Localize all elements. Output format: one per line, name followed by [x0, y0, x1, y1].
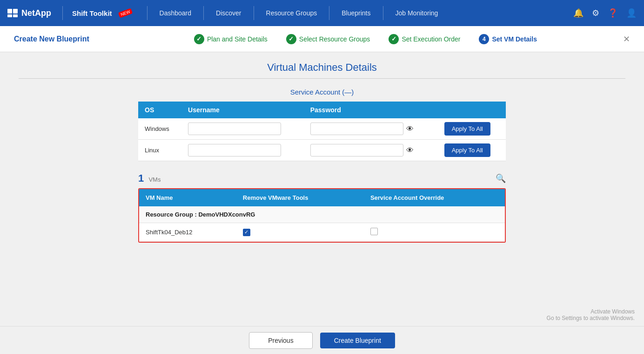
- help-icon[interactable]: ❓: [608, 8, 618, 18]
- step-1[interactable]: ✓ Plan and Site Details: [194, 34, 268, 44]
- vm-count-number: 1: [138, 172, 144, 184]
- svg-rect-3: [13, 14, 18, 17]
- col-password: Password: [304, 102, 438, 118]
- username-windows-cell: [181, 118, 304, 140]
- vm-count: 1 VMs: [138, 172, 161, 184]
- steps: ✓ Plan and Site Details ✓ Select Resourc…: [108, 34, 623, 44]
- nav-sep4: [383, 6, 383, 20]
- footer: Previous Create Blueprint: [0, 326, 644, 354]
- sa-row-linux: Linux 👁 Apply To All: [138, 140, 506, 161]
- step-2-circle: ✓: [286, 34, 296, 44]
- os-linux: Linux: [138, 140, 181, 161]
- vm-name-cell: ShiftTk04_Deb12: [139, 223, 236, 242]
- remove-tools-checkbox[interactable]: ✓: [243, 229, 250, 236]
- nav-job-monitoring[interactable]: Job Monitoring: [389, 9, 445, 17]
- step-1-label: Plan and Site Details: [207, 35, 268, 43]
- nav-right: 🔔 ⚙ ❓ 👤: [573, 8, 637, 18]
- os-windows: Windows: [138, 118, 181, 140]
- vm-col-service-override: Service Account Override: [364, 189, 505, 206]
- breadcrumb-title: Create New Blueprint: [14, 35, 89, 43]
- breadcrumb-bar: Create New Blueprint ✓ Plan and Site Det…: [0, 26, 644, 52]
- password-linux-input[interactable]: [310, 144, 403, 157]
- service-account-header: Service Account (—): [19, 88, 625, 96]
- password-windows-cell: 👁: [304, 118, 438, 140]
- vm-count-label: VMs: [148, 176, 161, 183]
- nav-sep1: [203, 6, 204, 20]
- apply-to-all-linux-button[interactable]: Apply To All: [444, 143, 490, 157]
- step-2[interactable]: ✓ Select Resource Groups: [286, 34, 370, 44]
- app-badge: NEW: [118, 8, 132, 18]
- col-action: [438, 102, 506, 118]
- col-os: OS: [138, 102, 181, 118]
- step-3-label: Set Execution Order: [402, 35, 460, 43]
- toggle-password-linux-icon[interactable]: 👁: [406, 146, 414, 155]
- vm-table: VM Name Remove VMware Tools Service Acco…: [139, 189, 505, 242]
- svg-rect-2: [7, 14, 12, 17]
- step-4[interactable]: 4 Set VM Details: [479, 34, 537, 44]
- logo-text: NetApp: [21, 8, 51, 18]
- search-vms-icon[interactable]: 🔍: [496, 173, 506, 184]
- nav-links: Dashboard Discover Resource Groups Bluep…: [153, 6, 573, 20]
- step-1-circle: ✓: [194, 34, 204, 44]
- svg-rect-0: [7, 9, 12, 14]
- username-linux-cell: [181, 140, 304, 161]
- vm-col-name: VM Name: [139, 189, 236, 206]
- remove-tools-cell: ✓: [236, 223, 364, 242]
- nav-sep3: [329, 6, 329, 20]
- sa-row-windows: Windows 👁 Apply To All: [138, 118, 506, 140]
- resource-group-row: Resource Group : DemoVHDXconvRG: [139, 206, 505, 223]
- nav-divider2: [147, 6, 148, 20]
- main-content: Virtual Machines Details Service Account…: [0, 52, 644, 326]
- service-account-table: OS Username Password Windows 👁: [138, 102, 506, 161]
- vm-table-wrapper: VM Name Remove VMware Tools Service Acco…: [138, 188, 506, 243]
- step-4-circle: 4: [479, 34, 489, 44]
- netapp-logo-icon: [7, 9, 18, 17]
- toggle-password-windows-icon[interactable]: 👁: [406, 125, 414, 133]
- service-account-dash[interactable]: (—): [342, 88, 354, 96]
- apply-windows-cell: Apply To All: [438, 118, 506, 140]
- nav-dashboard[interactable]: Dashboard: [153, 9, 198, 17]
- svg-rect-1: [13, 9, 18, 14]
- top-nav: NetApp Shift Toolkit NEW Dashboard Disco…: [0, 0, 644, 26]
- vm-col-remove-tools: Remove VMware Tools: [236, 189, 364, 206]
- username-windows-input[interactable]: [188, 123, 281, 135]
- resource-group-label: Resource Group : DemoVHDXconvRG: [139, 206, 505, 223]
- app-name: Shift Toolkit: [72, 9, 112, 17]
- title-divider: [19, 78, 625, 79]
- nav-discover[interactable]: Discover: [209, 9, 248, 17]
- bell-icon[interactable]: 🔔: [573, 8, 584, 18]
- service-override-cell: [364, 223, 505, 242]
- previous-button[interactable]: Previous: [249, 332, 312, 349]
- step-4-label: Set VM Details: [492, 35, 537, 43]
- vm-data-row: ShiftTk04_Deb12 ✓: [139, 223, 505, 242]
- vm-section: 1 VMs 🔍 VM Name Remove VMware Tools Serv…: [138, 172, 506, 243]
- nav-blueprints[interactable]: Blueprints: [335, 9, 377, 17]
- nav-resource-groups[interactable]: Resource Groups: [260, 9, 324, 17]
- create-blueprint-button[interactable]: Create Blueprint: [320, 333, 395, 348]
- nav-sep2: [254, 6, 254, 20]
- step-3[interactable]: ✓ Set Execution Order: [389, 34, 460, 44]
- logo: NetApp Shift Toolkit NEW: [7, 6, 132, 20]
- service-account-label: Service Account: [290, 88, 341, 96]
- apply-to-all-windows-button[interactable]: Apply To All: [444, 122, 490, 136]
- apply-linux-cell: Apply To All: [438, 140, 506, 161]
- page-title: Virtual Machines Details: [19, 61, 625, 74]
- vm-count-bar: 1 VMs 🔍: [138, 172, 506, 184]
- gear-icon[interactable]: ⚙: [592, 8, 599, 18]
- col-username: Username: [181, 102, 304, 118]
- step-2-label: Select Resource Groups: [299, 35, 370, 43]
- step-3-circle: ✓: [389, 34, 399, 44]
- username-linux-input[interactable]: [188, 144, 281, 157]
- password-windows-input[interactable]: [310, 123, 403, 135]
- password-linux-cell: 👁: [304, 140, 438, 161]
- close-button[interactable]: ✕: [623, 34, 630, 44]
- user-icon[interactable]: 👤: [626, 8, 637, 18]
- service-override-checkbox[interactable]: [370, 228, 378, 235]
- nav-divider: [62, 6, 63, 20]
